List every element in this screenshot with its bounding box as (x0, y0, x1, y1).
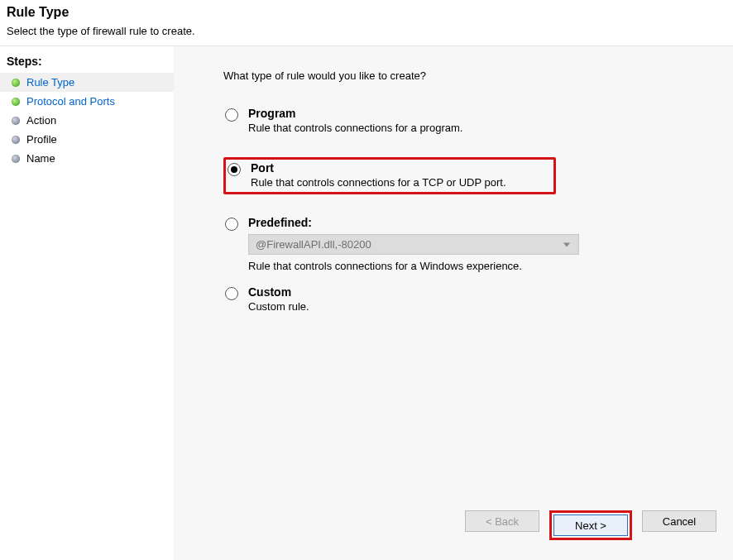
predefined-select[interactable]: @FirewallAPI.dll,-80200 (248, 234, 579, 255)
option-title: Custom (248, 285, 309, 299)
radio-icon[interactable] (225, 287, 238, 300)
rule-type-question: What type of rule would you like to crea… (223, 69, 716, 82)
step-rule-type[interactable]: Rule Type (0, 73, 174, 92)
steps-title: Steps: (0, 55, 174, 73)
step-label: Name (26, 152, 55, 165)
option-custom[interactable]: Custom Custom rule. (223, 284, 716, 316)
step-bullet-icon (12, 117, 20, 125)
steps-sidebar: Steps: Rule Type Protocol and Ports Acti… (0, 46, 174, 560)
step-label: Profile (26, 133, 57, 146)
option-desc: Rule that controls connections for a Win… (248, 260, 711, 272)
wizard-header: Rule Type Select the type of firewall ru… (0, 0, 733, 45)
next-button[interactable]: Next > (553, 515, 628, 536)
step-action[interactable]: Action (0, 111, 174, 130)
back-button: < Back (465, 510, 539, 532)
cancel-button[interactable]: Cancel (642, 510, 716, 532)
wizard-footer: < Back Next > Cancel (174, 495, 733, 560)
option-title: Port (251, 161, 506, 175)
radio-icon[interactable] (225, 108, 238, 122)
option-text: Custom Custom rule. (248, 285, 309, 313)
step-bullet-icon (12, 155, 20, 163)
option-text: Program Rule that controls connections f… (248, 107, 462, 134)
option-title: Program (248, 107, 462, 120)
option-title: Predefined: (248, 216, 711, 229)
radio-icon[interactable] (225, 218, 238, 231)
option-program[interactable]: Program Rule that controls connections f… (223, 105, 716, 137)
page-subtitle: Select the type of firewall rule to crea… (7, 25, 726, 37)
step-label: Protocol and Ports (26, 95, 115, 108)
option-predefined[interactable]: Predefined: @FirewallAPI.dll,-80200 Rule… (223, 214, 716, 275)
main-content: What type of rule would you like to crea… (174, 46, 733, 495)
wizard-body: Steps: Rule Type Protocol and Ports Acti… (0, 45, 733, 560)
step-bullet-icon (12, 79, 20, 87)
step-label: Rule Type (26, 76, 74, 89)
step-label: Action (26, 114, 56, 127)
option-desc: Custom rule. (248, 300, 309, 313)
step-protocol-ports[interactable]: Protocol and Ports (0, 92, 174, 111)
main-panel: What type of rule would you like to crea… (174, 46, 733, 560)
next-button-highlight: Next > (549, 510, 632, 540)
step-profile[interactable]: Profile (0, 130, 174, 149)
option-text: Port Rule that controls connections for … (251, 161, 506, 189)
predefined-select-value: @FirewallAPI.dll,-80200 (256, 238, 371, 251)
option-text: Predefined: @FirewallAPI.dll,-80200 Rule… (248, 216, 711, 272)
radio-icon[interactable] (228, 163, 241, 176)
option-desc: Rule that controls connections for a pro… (248, 122, 462, 134)
page-title: Rule Type (7, 5, 726, 20)
wizard-dialog: Rule Type Select the type of firewall ru… (0, 0, 733, 560)
step-name[interactable]: Name (0, 149, 174, 168)
option-port[interactable]: Port Rule that controls connections for … (223, 157, 556, 194)
option-desc: Rule that controls connections for a TCP… (251, 176, 506, 189)
step-bullet-icon (12, 98, 20, 106)
step-bullet-icon (12, 136, 20, 144)
